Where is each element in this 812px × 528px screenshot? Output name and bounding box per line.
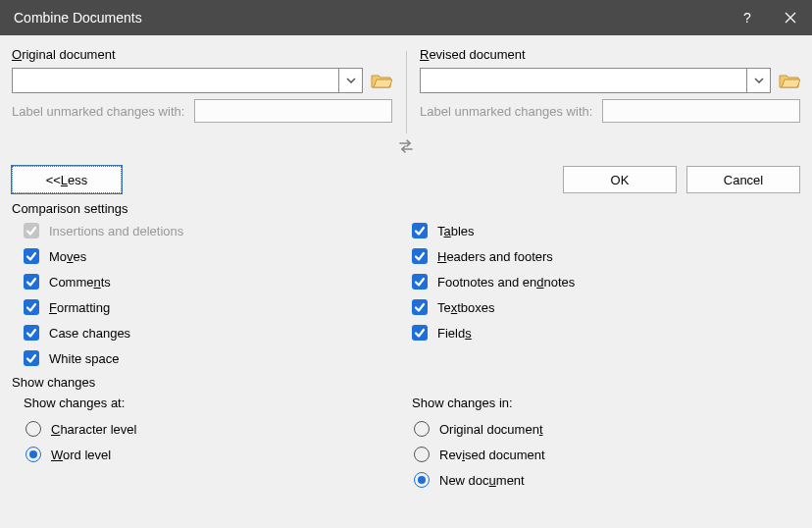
- checkbox-box: [24, 248, 39, 264]
- checkbox-box: [24, 350, 39, 366]
- checkbox-label: Fields: [437, 326, 472, 341]
- original-document-dropdown-button[interactable]: [338, 69, 362, 92]
- checkbox-headers-and-footers[interactable]: Headers and footers: [412, 247, 800, 265]
- radio-circle: [25, 447, 41, 462]
- checkbox-moves[interactable]: Moves: [24, 247, 412, 265]
- checkbox-box: [412, 325, 428, 341]
- close-icon: [785, 12, 796, 24]
- original-document-input[interactable]: [13, 69, 336, 92]
- original-unmarked-label: Label unmarked changes with:: [12, 104, 184, 119]
- vertical-separator: [406, 51, 407, 133]
- checkbox-textboxes[interactable]: Textboxes: [412, 298, 800, 316]
- checkbox-box: [412, 299, 428, 315]
- checkbox-label: Moves: [49, 249, 86, 264]
- checkbox-fields[interactable]: Fields: [412, 324, 800, 342]
- titlebar: Combine Documents ?: [0, 0, 812, 35]
- less-button[interactable]: << Less: [12, 166, 122, 193]
- help-button[interactable]: ?: [726, 0, 769, 35]
- close-button[interactable]: [769, 0, 812, 35]
- revised-document-input[interactable]: [421, 69, 744, 92]
- checkbox-label: Case changes: [49, 326, 130, 341]
- original-unmarked-input[interactable]: [194, 99, 392, 123]
- chevron-down-icon: [754, 78, 764, 83]
- original-document-combo[interactable]: [12, 68, 363, 93]
- radio-label: Revised document: [439, 448, 545, 462]
- revised-unmarked-input[interactable]: [602, 99, 800, 123]
- checkbox-label: Comments: [49, 275, 111, 290]
- checkbox-box: [412, 248, 428, 264]
- checkbox-case-changes[interactable]: Case changes: [24, 324, 412, 342]
- revised-document-dropdown-button[interactable]: [746, 69, 770, 92]
- radio-label: Word level: [51, 448, 111, 462]
- checkbox-label: Formatting: [49, 300, 110, 315]
- checkbox-box: [412, 274, 428, 290]
- original-browse-button[interactable]: [371, 72, 392, 89]
- show-changes-at-label: Show changes at:: [24, 396, 412, 410]
- comparison-settings-title: Comparison settings: [12, 201, 800, 216]
- radio-in-new-document[interactable]: New document: [412, 471, 800, 489]
- checkbox-footnotes-and-endnotes[interactable]: Footnotes and endnotes: [412, 273, 800, 290]
- radio-circle: [25, 421, 41, 437]
- folder-icon: [371, 72, 392, 89]
- revised-document-label: Revised document: [420, 47, 800, 62]
- radio-circle: [414, 447, 430, 462]
- original-document-label: Original document: [12, 47, 392, 62]
- checkbox-box: [24, 299, 39, 315]
- revised-document-combo[interactable]: [420, 68, 771, 93]
- show-changes-title: Show changes: [12, 375, 800, 390]
- revised-unmarked-label: Label unmarked changes with:: [420, 104, 592, 119]
- checkbox-box: [24, 274, 39, 290]
- cancel-button[interactable]: Cancel: [686, 166, 800, 193]
- ok-button[interactable]: OK: [563, 166, 677, 193]
- radio-circle: [414, 472, 430, 488]
- radio-at-character-level[interactable]: Character level: [24, 420, 412, 438]
- revised-browse-button[interactable]: [779, 72, 800, 89]
- revised-document-section: Revised document Label unmarked ch: [406, 47, 800, 123]
- swap-button[interactable]: [397, 137, 415, 158]
- radio-label: New document: [439, 473, 525, 488]
- original-document-section: Original document Label unmarked c: [12, 47, 406, 123]
- checkbox-label: Headers and footers: [437, 249, 553, 264]
- radio-in-revised-document[interactable]: Revised document: [412, 446, 800, 463]
- checkbox-label: Insertions and deletions: [49, 224, 183, 238]
- checkbox-label: White space: [49, 351, 120, 366]
- checkbox-box: [412, 223, 428, 238]
- checkbox-box: [24, 325, 39, 341]
- checkbox-white-space[interactable]: White space: [24, 349, 412, 367]
- radio-circle: [414, 421, 430, 437]
- radio-in-original-document[interactable]: Original document: [412, 420, 800, 438]
- checkbox-label: Textboxes: [437, 300, 495, 315]
- checkbox-label: Tables: [437, 224, 475, 238]
- checkbox-label: Footnotes and endnotes: [437, 275, 575, 290]
- checkbox-insertions-and-deletions: Insertions and deletions: [24, 222, 412, 239]
- show-changes-in-label: Show changes in:: [412, 396, 800, 410]
- radio-at-word-level[interactable]: Word level: [24, 446, 412, 463]
- checkbox-tables[interactable]: Tables: [412, 222, 800, 239]
- radio-label: Character level: [51, 422, 136, 437]
- folder-icon: [779, 72, 800, 89]
- checkbox-comments[interactable]: Comments: [24, 273, 412, 290]
- window-title: Combine Documents: [14, 10, 726, 26]
- checkbox-box: [24, 223, 39, 238]
- chevron-down-icon: [346, 78, 356, 83]
- radio-label: Original document: [439, 422, 543, 437]
- checkbox-formatting[interactable]: Formatting: [24, 298, 412, 316]
- swap-icon: [397, 137, 415, 155]
